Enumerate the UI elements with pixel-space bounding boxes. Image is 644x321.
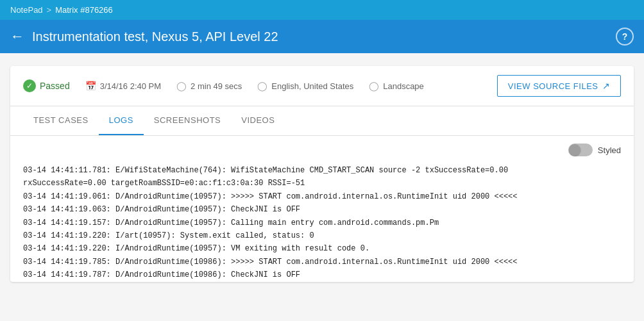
toggle-knob (569, 144, 580, 156)
card: ✓ Passed 📅 3/14/16 2:40 PM ◯ 2 min 49 se… (10, 66, 634, 282)
top-nav: NotePad > Matrix #876266 (0, 0, 644, 20)
locale-value: English, United States (271, 81, 353, 91)
header-left: ← Instrumentation test, Nexus 5, API Lev… (10, 29, 278, 44)
external-link-icon: ↗ (602, 81, 611, 91)
tab-logs[interactable]: LOGS (99, 106, 144, 135)
meta-date: 📅 3/14/16 2:40 PM (85, 81, 161, 91)
logs-toolbar: Styled (23, 144, 621, 156)
orientation-value: Landscape (383, 81, 424, 91)
duration-value: 2 min 49 secs (191, 81, 242, 91)
log-content: 03-14 14:41:11.781: E/WifiStateMachine(7… (23, 164, 621, 282)
breadcrumb-current: Matrix #876266 (55, 5, 113, 15)
styled-toggle[interactable] (568, 144, 593, 156)
tabs-row: TEST CASES LOGS SCREENSHOTS VIDEOS (10, 106, 634, 136)
meta-duration: ◯ 2 min 49 secs (176, 81, 242, 91)
tab-test-cases[interactable]: TEST CASES (23, 106, 99, 135)
meta-orientation: ◯ Landscape (369, 81, 424, 91)
back-button[interactable]: ← (10, 29, 24, 44)
date-value: 3/14/16 2:40 PM (100, 81, 161, 91)
check-icon: ✓ (23, 79, 36, 92)
toggle-label: Styled (598, 145, 621, 155)
tab-videos[interactable]: VIDEOS (231, 106, 285, 135)
toggle-container: Styled (568, 144, 621, 156)
card-header: ✓ Passed 📅 3/14/16 2:40 PM ◯ 2 min 49 se… (10, 66, 634, 106)
help-button[interactable]: ? (616, 28, 634, 45)
card-header-left: ✓ Passed 📅 3/14/16 2:40 PM ◯ 2 min 49 se… (23, 79, 424, 92)
view-source-button[interactable]: VIEW SOURCE FILES ↗ (497, 75, 621, 97)
clock-icon: ◯ (176, 81, 187, 91)
header-bar: ← Instrumentation test, Nexus 5, API Lev… (0, 20, 644, 53)
breadcrumb-separator: > (47, 5, 52, 15)
main-content: ✓ Passed 📅 3/14/16 2:40 PM ◯ 2 min 49 se… (0, 53, 644, 295)
status-passed: ✓ Passed (23, 79, 70, 92)
breadcrumb-app[interactable]: NotePad (10, 5, 43, 15)
tag-icon: ◯ (369, 81, 379, 91)
page-title: Instrumentation test, Nexus 5, API Level… (32, 29, 278, 44)
logs-section: Styled 03-14 14:41:11.781: E/WifiStateMa… (10, 136, 634, 282)
calendar-icon: 📅 (85, 81, 96, 91)
status-label: Passed (40, 81, 70, 91)
globe-icon: ◯ (257, 81, 267, 91)
tab-screenshots[interactable]: SCREENSHOTS (144, 106, 231, 135)
meta-locale: ◯ English, United States (257, 81, 353, 91)
